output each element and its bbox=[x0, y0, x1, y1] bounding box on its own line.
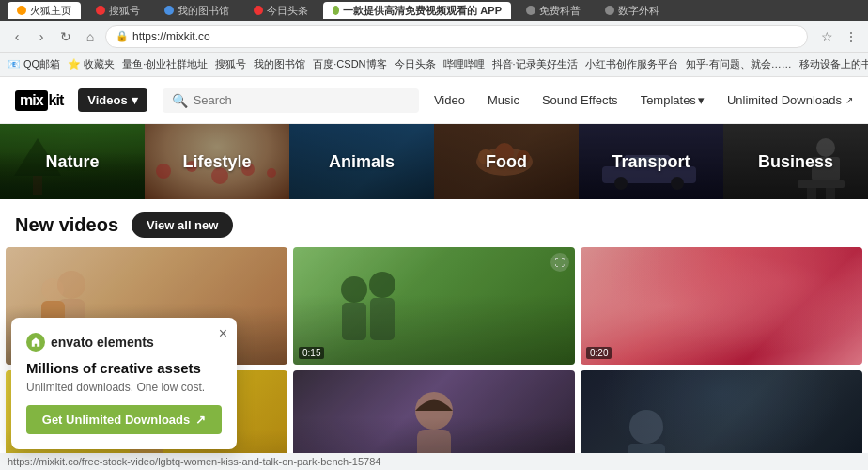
envato-close-button[interactable]: × bbox=[219, 325, 227, 342]
category-strip: Nature Lifestyle Animals bbox=[0, 124, 868, 199]
bookmark-xiaohongshu[interactable]: 小红书创作服务平台 bbox=[585, 57, 678, 71]
browser-nav-bar: ‹ › ↻ ⌂ 🔒 https://mixkit.co ☆ ⋮ bbox=[0, 21, 868, 53]
nav-link-unlimited[interactable]: Unlimited Downloads ↗ bbox=[727, 93, 853, 107]
browser-menu[interactable]: ⋮ bbox=[842, 27, 860, 46]
view-all-button[interactable]: View all new bbox=[132, 212, 233, 238]
envato-brand-text: envato elements bbox=[51, 335, 154, 350]
browser-tab-library[interactable]: 我的图书馆 bbox=[155, 2, 239, 19]
logo-text: mix kit bbox=[15, 90, 63, 111]
category-business[interactable]: Business bbox=[723, 124, 868, 199]
category-lifestyle-label: Lifestyle bbox=[182, 152, 251, 172]
category-business-label: Business bbox=[758, 152, 833, 172]
search-input[interactable] bbox=[194, 93, 410, 107]
search-box[interactable]: 🔍 bbox=[163, 88, 419, 113]
bookmark-startup[interactable]: 量鱼·创业社群地址 bbox=[122, 57, 208, 71]
category-nature[interactable]: Nature bbox=[0, 124, 145, 199]
bookmark-mobile[interactable]: 移动设备上的书签 bbox=[799, 57, 868, 71]
refresh-button[interactable]: ↻ bbox=[56, 27, 75, 46]
category-nature-label: Nature bbox=[45, 152, 99, 172]
new-videos-title: New videos bbox=[15, 214, 118, 236]
category-food-label: Food bbox=[486, 152, 527, 172]
site-logo[interactable]: mix kit bbox=[15, 90, 63, 111]
bookmark-toutiao[interactable]: 今日头条 bbox=[395, 57, 436, 71]
category-transport[interactable]: Transport bbox=[579, 124, 723, 199]
bookmark-qq[interactable]: 📧 QQ邮箱 bbox=[8, 57, 60, 71]
browser-chrome: 火狐主页 搜狐号 我的图书馆 今日头条 一款提供高清免费视频观看的 APP 免费… bbox=[0, 0, 868, 21]
back-button[interactable]: ‹ bbox=[8, 27, 26, 46]
video-3-duration: 0:20 bbox=[586, 347, 612, 359]
bookmark-collections[interactable]: ⭐ 收藏夹 bbox=[68, 57, 115, 71]
browser-tab-souhu[interactable]: 搜狐号 bbox=[86, 2, 149, 19]
category-transport-label: Transport bbox=[612, 152, 690, 172]
status-bar: https://mixkit.co/free-stock-video/lgbtq… bbox=[0, 453, 868, 470]
chevron-down-icon: ▾ bbox=[132, 93, 138, 107]
video-2-duration: 0:15 bbox=[299, 347, 324, 359]
nav-link-sound-effects[interactable]: Sound Effects bbox=[542, 93, 618, 107]
bookmark-library[interactable]: 我的图书馆 bbox=[254, 57, 305, 71]
bookmark-zhihu[interactable]: 知乎·有问题、就会…… bbox=[686, 57, 792, 71]
bookmark-csdn[interactable]: 百度·CSDN博客 bbox=[313, 57, 386, 71]
nav-link-music[interactable]: Music bbox=[488, 93, 519, 107]
nav-link-video[interactable]: Video bbox=[434, 93, 465, 107]
videos-dropdown-btn[interactable]: Videos ▾ bbox=[78, 88, 147, 112]
video-thumb-2[interactable]: ⛶ 0:15 bbox=[293, 247, 575, 365]
chevron-down-icon: ▾ bbox=[698, 93, 705, 107]
envato-cta-icon: ↗ bbox=[195, 413, 206, 427]
envato-cta-label: Get Unlimited Downloads bbox=[42, 413, 190, 427]
forward-button[interactable]: › bbox=[32, 27, 51, 46]
envato-icon bbox=[26, 333, 45, 352]
category-food[interactable]: Food bbox=[434, 124, 579, 199]
bookmark-souhu[interactable]: 搜狐号 bbox=[215, 57, 246, 71]
bookmark-douyin[interactable]: 抖音·记录美好生活 bbox=[492, 57, 578, 71]
videos-label: Videos bbox=[87, 93, 127, 107]
home-button[interactable]: ⌂ bbox=[81, 27, 100, 46]
nav-links: Video Music Sound Effects Templates ▾ Un… bbox=[434, 93, 853, 107]
browser-tab-misc2[interactable]: 数字外科 bbox=[596, 2, 669, 19]
status-url: https://mixkit.co/free-stock-video/lgbtq… bbox=[8, 456, 380, 467]
envato-headline: Millions of creative assets bbox=[26, 359, 222, 378]
search-icon: 🔍 bbox=[172, 93, 188, 108]
address-bar[interactable]: 🔒 https://mixkit.co bbox=[105, 25, 808, 48]
new-videos-section: New videos View all new bbox=[0, 199, 868, 247]
url-text: https://mixkit.co bbox=[132, 30, 210, 43]
browser-tab-misc1[interactable]: 免费科普 bbox=[517, 2, 590, 19]
browser-tab-nature[interactable]: 火狐主页 bbox=[8, 2, 81, 19]
bookmarks-bar: 📧 QQ邮箱 ⭐ 收藏夹 量鱼·创业社群地址 搜狐号 我的图书馆 百度·CSDN… bbox=[0, 53, 868, 77]
bookmark-star[interactable]: ☆ bbox=[817, 27, 836, 46]
lock-icon: 🔒 bbox=[116, 30, 129, 42]
envato-logo: envato elements bbox=[26, 333, 222, 352]
envato-subtext: Unlimited downloads. One low cost. bbox=[26, 381, 222, 394]
envato-cta-button[interactable]: Get Unlimited Downloads ↗ bbox=[26, 405, 222, 434]
external-link-icon: ↗ bbox=[845, 95, 853, 105]
category-lifestyle[interactable]: Lifestyle bbox=[145, 124, 289, 199]
nav-link-templates[interactable]: Templates ▾ bbox=[641, 93, 705, 107]
site-nav: mix kit Videos ▾ 🔍 Video Music Sound Eff… bbox=[0, 77, 868, 124]
envato-popup: × envato elements Millions of creative a… bbox=[11, 318, 237, 450]
browser-tab-active[interactable]: 一款提供高清免费视频观看的 APP bbox=[323, 2, 511, 19]
video-thumb-3[interactable]: 0:20 bbox=[581, 247, 862, 365]
category-animals[interactable]: Animals bbox=[289, 124, 434, 199]
browser-tab-toutiao[interactable]: 今日头条 bbox=[244, 2, 318, 19]
category-animals-label: Animals bbox=[329, 152, 395, 172]
bookmark-bilibili[interactable]: 哔哩哔哩 bbox=[443, 57, 485, 71]
